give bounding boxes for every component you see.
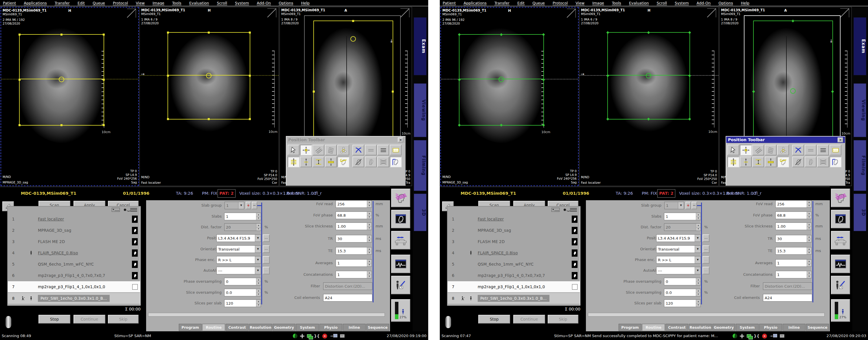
position-toolbar-window[interactable]: Position Toolbar × [726,136,845,186]
slice-thickness-input[interactable]: 1.00 [775,222,812,230]
menu-image[interactable]: Image [153,1,164,5]
coil-braces-icon[interactable] [314,334,320,338]
position-toolbar-window[interactable]: Position Toolbar × [286,136,406,186]
filter-select[interactable]: Distortion Corr.(2D)... [763,282,812,290]
spinner[interactable] [367,235,372,242]
averages-input[interactable]: 1 [775,259,812,267]
spinner[interactable] [807,223,811,230]
menu-patient[interactable]: Patient [443,1,456,5]
image-display-button[interactable] [391,210,410,228]
parallel-slices-icon[interactable] [312,145,324,155]
slice-shift-icon[interactable] [300,157,312,167]
slice-stack-move-icon[interactable] [727,157,739,167]
position-toolbar-titlebar[interactable]: Position Toolbar × [726,136,845,143]
network-monitors-icon[interactable] [307,334,311,338]
tab-physio[interactable]: Physio [759,324,782,331]
menu-help[interactable]: Help [301,1,310,5]
select-cursor-icon[interactable] [288,145,300,155]
filter-select[interactable]: Distortion Corr.(2D)... [323,282,372,290]
network-monitors-icon[interactable] [747,334,751,338]
menu-tools[interactable]: Tools [612,1,621,5]
table-position-button[interactable] [831,231,850,249]
head-corner-icon[interactable] [830,157,841,167]
slice-thickness-input[interactable]: 1.00 [336,222,372,230]
tab-inline[interactable]: Inline [783,324,806,331]
spinner[interactable] [807,200,811,208]
slab-thickness-icon[interactable] [325,157,337,167]
tab-sequence[interactable]: Sequence [806,324,829,331]
three-slices-icon[interactable] [377,145,389,155]
tab-geometry[interactable]: Geometry [273,324,296,331]
menu-options[interactable]: Options [279,1,293,5]
tab-exam[interactable]: Exam [854,18,866,75]
stop-button[interactable]: Stop [38,315,70,323]
two-slices-icon[interactable] [805,145,816,155]
menu-scroll[interactable]: Scroll [656,1,667,5]
coil-braces-icon[interactable] [754,334,760,338]
physio-display-button[interactable] [391,255,410,273]
tr-input[interactable]: 30 [775,235,812,243]
send-to-host-icon[interactable] [330,334,337,338]
slab-box-icon[interactable] [390,145,402,155]
head-tilt-icon[interactable] [805,157,816,167]
rotation-handle[interactable] [206,73,212,79]
cross-intersect-icon[interactable] [352,145,364,155]
stim-cross-icon[interactable] [300,334,304,338]
tab-physio[interactable]: Physio [319,324,342,331]
continue-button[interactable]: Continue [73,315,105,323]
menu-tools[interactable]: Tools [172,1,181,5]
rotation-handle[interactable] [498,77,504,82]
tab-viewing[interactable]: Viewing [414,83,427,137]
menu-patient[interactable]: Patient [3,1,16,5]
message-log-icon[interactable] [780,334,784,338]
menu-view[interactable]: View [136,1,145,5]
menu-view[interactable]: View [576,1,585,5]
patient-query-button[interactable] [391,276,410,294]
position-toolbar-titlebar[interactable]: Position Toolbar × [286,136,405,143]
tab-routine[interactable]: Routine [642,324,665,331]
spinner[interactable] [807,247,811,254]
head-tilt-icon[interactable] [365,157,377,167]
menu-applications[interactable]: Applications [24,1,46,5]
slice-distance-icon[interactable] [752,157,764,167]
menu-queue[interactable]: Queue [532,1,545,5]
tab-resolution[interactable]: Resolution [249,324,272,331]
patient-query-button[interactable] [831,276,850,294]
concatenations-input[interactable]: 1 [775,271,812,278]
spinner[interactable] [807,235,811,242]
head-corner-icon[interactable] [390,157,402,167]
message-log-icon[interactable] [340,334,345,338]
coil-elements-input[interactable]: A24 [763,294,812,302]
tab-program[interactable]: Program [619,324,642,331]
physio-display-button[interactable] [831,255,850,273]
slice-distance-icon[interactable] [312,157,324,167]
parameter-horizontal-scrollbar[interactable] [588,313,825,316]
menu-scroll[interactable]: Scroll [217,1,227,5]
menu-addon[interactable]: Add-On [697,1,711,5]
menu-evaluation[interactable]: Evaluation [629,1,649,5]
tab-contrast[interactable]: Contrast [665,324,688,331]
parallel-slices-icon[interactable] [752,145,764,155]
menu-queue[interactable]: Queue [93,1,105,5]
close-icon[interactable]: × [838,137,843,142]
menu-help[interactable]: Help [741,1,749,5]
stop-button[interactable]: Stop [478,315,510,323]
stim-cross-icon[interactable] [740,334,744,338]
select-cursor-icon[interactable] [727,145,739,155]
move-slice-icon[interactable] [740,145,752,155]
error-indicator-icon[interactable] [762,334,767,339]
error-indicator-icon[interactable] [322,334,327,339]
tab-filming[interactable]: Filming [854,140,866,191]
continue-button[interactable]: Continue [513,315,545,323]
spinner[interactable] [807,271,811,278]
spinner[interactable] [367,271,372,278]
rotation-handle[interactable] [59,77,64,82]
spinner[interactable] [367,259,372,267]
spinner[interactable] [807,212,811,219]
menu-applications[interactable]: Applications [464,1,486,5]
fov-phase-input[interactable]: 68.8 [336,212,372,219]
menu-transfer[interactable]: Transfer [55,1,70,5]
tab-sequence[interactable]: Sequence [366,324,389,331]
slice-position-tool-button[interactable] [831,189,850,207]
tab-exam[interactable]: Exam [414,18,427,75]
